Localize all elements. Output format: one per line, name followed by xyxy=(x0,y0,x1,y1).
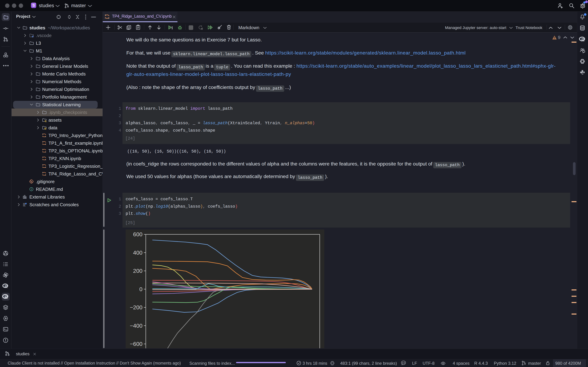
svg-text:R: R xyxy=(581,37,585,42)
svg-text:R: R xyxy=(5,295,8,300)
svg-text:400: 400 xyxy=(133,250,142,256)
svg-text:−400: −400 xyxy=(130,323,142,329)
svg-text:200: 200 xyxy=(133,268,142,274)
svg-text:−200: −200 xyxy=(130,304,142,310)
svg-text:0: 0 xyxy=(139,286,142,292)
svg-text:R: R xyxy=(5,284,8,289)
svg-text:600: 600 xyxy=(133,231,142,237)
svg-text:−600: −600 xyxy=(130,341,142,347)
